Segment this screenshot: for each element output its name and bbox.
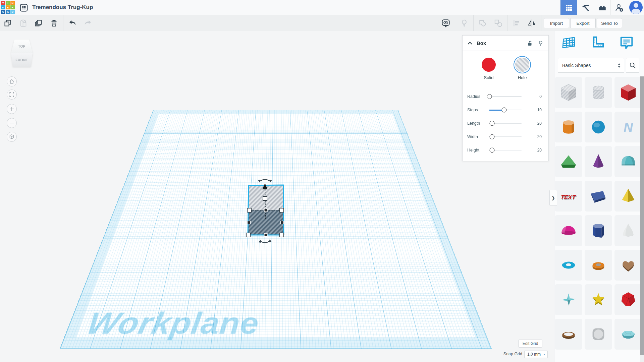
lego-button[interactable] (594, 0, 610, 15)
scrollbar-thumb[interactable] (640, 76, 644, 355)
shape-sphere[interactable] (585, 112, 612, 142)
slider-track[interactable] (489, 110, 522, 110)
shape-roof[interactable] (555, 146, 582, 177)
slider-value: 20 (537, 121, 542, 126)
perspective-toggle-button[interactable] (7, 132, 17, 142)
sidebar-scrollbar[interactable] (640, 76, 644, 362)
slider-knob[interactable] (487, 94, 492, 99)
send-to-button[interactable]: Send To (597, 18, 622, 28)
snap-grid-select[interactable]: 1.0 mm ▲ (524, 351, 548, 358)
undo-button[interactable] (66, 17, 78, 29)
mirror-button[interactable] (526, 17, 538, 29)
zoom-out-button[interactable] (7, 118, 17, 128)
slider-track[interactable] (489, 96, 522, 97)
collapse-chevron-icon[interactable] (467, 41, 473, 45)
selected-box[interactable] (243, 176, 290, 248)
shape-cylinder-hole[interactable] (585, 77, 612, 108)
material-hole[interactable]: Hole (512, 58, 533, 80)
group-button[interactable] (477, 17, 489, 29)
slider-knob[interactable] (489, 148, 494, 153)
slider-track[interactable] (489, 150, 522, 150)
scribble-icon (619, 117, 638, 137)
shape-cylinder[interactable] (555, 112, 582, 142)
tab-notes[interactable] (617, 34, 636, 51)
slider-knob[interactable] (502, 108, 507, 113)
copy-button[interactable] (2, 17, 14, 29)
hole-swatch[interactable] (515, 58, 529, 72)
selected-box-front-face[interactable] (248, 210, 284, 235)
shape-box-hole[interactable] (555, 77, 582, 108)
shape-diamond[interactable] (614, 319, 642, 350)
avatar-body (632, 9, 640, 14)
rotate-handle-top[interactable] (259, 180, 271, 182)
copy-icon (3, 19, 12, 27)
slider-knob[interactable] (489, 134, 494, 139)
logo-tile: K (1, 5, 5, 9)
shape-ring[interactable] (555, 319, 582, 350)
chevron-right-icon: ❯ (551, 195, 555, 200)
sidebar-collapse-button[interactable]: ❯ (549, 190, 557, 206)
shape-scribble[interactable] (614, 112, 642, 142)
bulb-button[interactable] (458, 17, 470, 29)
slider-knob[interactable] (489, 121, 494, 126)
shape-torus[interactable] (555, 250, 582, 281)
import-button[interactable]: Import (544, 18, 569, 28)
view-cube-front-face[interactable]: FRONT (11, 53, 33, 67)
rotate-arrowhead (269, 180, 272, 183)
dashboard-button[interactable] (560, 0, 577, 15)
design-properties-button[interactable] (19, 3, 28, 12)
pyramid-icon (619, 186, 638, 206)
shape-wedge[interactable] (585, 181, 612, 212)
tab-ruler[interactable] (588, 34, 607, 51)
tube-icon (589, 255, 608, 275)
shape-heart[interactable] (614, 250, 642, 281)
view-cube-top-face[interactable]: TOP (11, 40, 33, 53)
solid-swatch[interactable] (482, 58, 496, 72)
tab-workplane[interactable] (559, 34, 578, 51)
slider-track[interactable] (489, 136, 522, 137)
home-view-button[interactable] (7, 76, 17, 86)
shape-text[interactable] (555, 181, 582, 212)
shape-half-sphere[interactable] (555, 215, 582, 246)
minecraft-button[interactable] (577, 0, 594, 15)
caret-up-icon: ▲ (543, 353, 545, 356)
lock-button[interactable] (527, 40, 533, 46)
shape-icosahedron[interactable] (614, 284, 642, 315)
design-title[interactable]: Tremendous Trug-Kup (32, 4, 93, 11)
duplicate-button[interactable] (33, 17, 45, 29)
delete-button[interactable] (48, 17, 60, 29)
undo-icon (68, 19, 77, 27)
show-all-button[interactable] (440, 17, 452, 29)
shape-polygon[interactable] (585, 215, 612, 246)
round-roof-icon (619, 152, 638, 171)
edit-grid-button[interactable]: Edit Grid (518, 340, 542, 348)
export-button[interactable]: Export (570, 18, 596, 28)
invite-button[interactable] (610, 0, 627, 15)
shape-pyramid[interactable] (614, 181, 642, 212)
material-solid[interactable]: Solid (478, 58, 499, 80)
view-cube[interactable]: TOP FRONT (11, 40, 33, 67)
shapes-grid (555, 77, 641, 350)
shape-thick-star[interactable] (585, 284, 612, 315)
hide-button[interactable] (538, 40, 544, 46)
shape-star[interactable] (555, 284, 582, 315)
shape-box[interactable] (614, 77, 642, 108)
paste-button[interactable] (17, 17, 29, 29)
shape-paraboloid[interactable] (614, 215, 642, 246)
shape-cone[interactable] (585, 146, 612, 177)
rotate-handle-bottom[interactable] (260, 240, 270, 243)
zoom-in-button[interactable] (7, 104, 17, 114)
shape-round-roof[interactable] (614, 146, 642, 177)
slider-track[interactable] (489, 123, 522, 124)
redo-button[interactable] (82, 17, 94, 29)
shape-category-select[interactable]: Basic Shapes (558, 58, 624, 73)
polygon-icon (589, 221, 608, 240)
shape-tube[interactable] (585, 250, 612, 281)
tinkercad-logo[interactable]: TINKERCAD (1, 1, 15, 14)
search-shapes-button[interactable] (626, 58, 639, 73)
avatar[interactable] (629, 1, 643, 14)
shape-dice[interactable] (585, 319, 612, 350)
fit-view-button[interactable] (7, 89, 17, 100)
ungroup-button[interactable] (492, 17, 504, 29)
align-button[interactable] (511, 17, 523, 29)
